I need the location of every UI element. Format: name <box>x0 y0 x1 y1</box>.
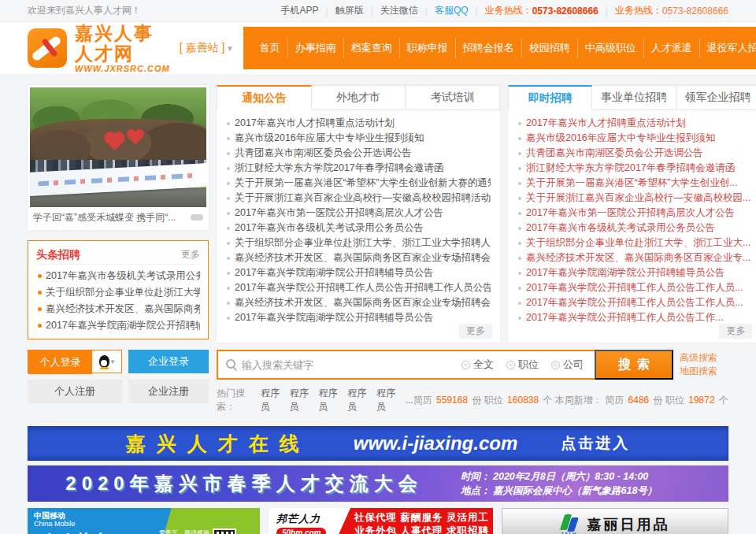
scope-label: 职位 <box>518 358 539 372</box>
headline-more-link[interactable]: 更多 <box>181 248 200 261</box>
notice-panel: 通知公告 外地才市 考试培训 2017年嘉兴市人才招聘重点活动计划 嘉兴市级20… <box>217 85 500 343</box>
notice-item[interactable]: 关于组织部分企事业单位赴浙江大学、浙江工业大学招聘人才的... <box>226 235 491 250</box>
headline-item[interactable]: 关于组织部分企事业单位赴浙江大学... <box>36 284 200 301</box>
tab-leading-company[interactable]: 领军企业招聘 <box>676 85 756 110</box>
hotline-label: 业务热线： <box>485 4 532 17</box>
tab-exam-training[interactable]: 考试培训 <box>406 85 500 110</box>
mobile-app-link[interactable]: 手机APP <box>281 4 319 17</box>
notice-item[interactable]: 2017年嘉兴市人才招聘重点活动计划 <box>226 116 491 131</box>
hotline-number-2: 0573-82608666 <box>662 6 728 17</box>
personal-login-button[interactable]: 个人登录 <box>28 350 92 374</box>
search-button[interactable]: 搜索 <box>595 350 673 380</box>
recruit-item[interactable]: 共青团嘉兴市南湖区委员会公开选调公告 <box>517 146 750 161</box>
recruit-item[interactable]: 浙江财经大学东方学院2017年春季招聘会邀请函 <box>517 161 750 176</box>
carousel-indicator[interactable] <box>191 214 203 221</box>
headline-item[interactable]: 嘉兴经济技术开发区、嘉兴国际商务... <box>36 301 200 317</box>
radio-icon[interactable] <box>506 361 515 369</box>
notice-item[interactable]: 嘉兴经济技术开发区、嘉兴国际商务区百家企业专场招聘会公告 <box>226 250 491 265</box>
map-search-link[interactable]: 地图搜索 <box>680 365 728 378</box>
site-url: WWW.JXRSRC.COM <box>75 64 170 73</box>
hotline-number: 0573-82608666 <box>532 6 598 17</box>
notice-more-link[interactable]: 更多 <box>459 324 492 339</box>
advanced-search-link[interactable]: 高级搜索 <box>680 351 728 365</box>
notice-item[interactable]: 2017年嘉兴市各级机关考试录用公务员公告 <box>226 221 491 235</box>
qq-service-link[interactable]: 客服QQ <box>435 4 469 17</box>
recruit-item[interactable]: 2017年嘉兴学院南湖学院公开招聘辅导员公告 <box>517 265 750 280</box>
hot-term[interactable]: 程序员 <box>347 387 370 413</box>
recruit-item[interactable]: 2017年嘉兴市人才招聘重点活动计划 <box>517 116 750 131</box>
notice-item[interactable]: 浙江财经大学东方学院2017年春季招聘会邀请函 <box>226 161 491 176</box>
recruit-item[interactable]: 2017年嘉兴市各级机关考试录用公务员公告 <box>517 221 750 235</box>
qq-login-dropdown[interactable]: ▾ <box>92 350 121 373</box>
tab-notice[interactable]: 通知公告 <box>217 85 312 110</box>
radio-icon[interactable] <box>551 361 560 369</box>
station-label: [ 嘉善站 ] <box>180 41 225 54</box>
hot-term[interactable]: 程序员 <box>290 387 313 413</box>
nav-jobfair-signup[interactable]: 招聘会报名 <box>455 38 521 58</box>
company-login-button[interactable]: 企业登录 <box>128 350 209 373</box>
site-logo-text[interactable]: 嘉兴人事人才网 WWW.JXRSRC.COM <box>75 23 170 73</box>
jiaxing-talent-online-banner[interactable]: 嘉兴人才在线 www.i-jiaxing.com 点击进入 <box>28 426 728 461</box>
banner2-title: 2020年嘉兴市春季人才交流大会 <box>28 471 461 496</box>
stat-unit: 份 <box>472 395 481 406</box>
hot-term[interactable]: 程序员 <box>376 387 399 413</box>
site-stats: 简历 559168 份 职位 160838 个 本周新增： 简历 6486 份 … <box>413 394 728 407</box>
carousel-caption[interactable]: 学子回“嘉”感受禾城蝶变 携手同“... <box>33 211 191 224</box>
recruit-item[interactable]: 2017年嘉兴学院公开招聘工作人员公告工作... <box>517 310 750 325</box>
top-utility-bar: 欢迎来到嘉兴人事人才网！ 手机APP | 触屏版 | 关注微信 | 客服QQ |… <box>0 0 756 22</box>
notice-item[interactable]: 关于开展浙江嘉兴百家企业高校行—安徽高校校园招聘活动的通... <box>226 191 491 206</box>
touch-version-link[interactable]: 触屏版 <box>335 4 364 17</box>
banner2-info: 时间： 2020年2月8日（周六）8:30 - 14:00 地点： 嘉兴国际会展… <box>461 469 728 498</box>
tab-instant-recruit[interactable]: 即时招聘 <box>508 85 592 110</box>
personal-register-button[interactable]: 个人注册 <box>28 380 122 403</box>
headline-item[interactable]: 2017年嘉兴市各级机关考试录用公务... <box>36 268 200 284</box>
hot-term[interactable]: 程序员 <box>261 387 284 413</box>
ad-bangmang-hr[interactable]: 邦芒人力 50bm.com 社保代理 薪酬服务 灵活用工 业务外包 人事代理 求… <box>269 508 493 534</box>
ad-jaly-daily-goods[interactable]: JALY 嘉丽日用品 <box>502 508 728 534</box>
nav-archive-query[interactable]: 档案查询 <box>343 38 399 58</box>
recruit-item[interactable]: 嘉兴市级2016年应届大中专毕业生报到须知 <box>517 131 750 146</box>
ad2-line1: 社保代理 薪酬服务 灵活用工 <box>354 512 489 523</box>
hot-term[interactable]: ... <box>406 395 413 406</box>
notice-item[interactable]: 2017年嘉兴学院南湖学院公开招聘辅导员公告 <box>226 310 491 325</box>
notice-item[interactable]: 嘉兴市级2016年应届大中专毕业生报到须知 <box>226 131 491 146</box>
notice-item[interactable]: 2017年嘉兴学院南湖学院公开招聘辅导员公告 <box>226 265 491 280</box>
scope-fulltext[interactable]: 全文 <box>461 358 494 372</box>
recruit-item[interactable]: 嘉兴经济技术开发区、嘉兴国际商务区百家企业专... <box>517 250 750 265</box>
recruit-item[interactable]: 关于开展浙江嘉兴百家企业高校行—安徽高校校园... <box>517 191 750 206</box>
company-register-button[interactable]: 企业注册 <box>128 380 209 403</box>
ad2-company: 邦芒人力 <box>276 512 321 526</box>
recruit-more-link[interactable]: 更多 <box>719 324 752 339</box>
scope-position[interactable]: 职位 <box>506 358 539 372</box>
hot-term[interactable]: 程序员 <box>318 387 341 413</box>
wechat-link[interactable]: 关注微信 <box>380 4 418 17</box>
headline-item[interactable]: 2017年嘉兴学院南湖学院公开招聘辅... <box>36 317 200 334</box>
scope-company[interactable]: 公司 <box>551 358 584 372</box>
recruit-item[interactable]: 2017年嘉兴学院公开招聘工作人员公告工作人员... <box>517 295 750 310</box>
site-logo-icon[interactable] <box>28 28 67 68</box>
recruit-item[interactable]: 关于开展第一届嘉兴港区“希望杯”大学生创业创... <box>517 176 750 191</box>
recruit-item[interactable]: 2017年嘉兴学院公开招聘工作人员公告工作人员... <box>517 280 750 295</box>
recruit-item[interactable]: 关于组织部分企事业单位赴浙江大学、浙江工业大... <box>517 235 750 250</box>
station-selector[interactable]: [ 嘉善站 ] ▾ <box>180 41 232 55</box>
notice-item[interactable]: 2017年嘉兴市第一医院公开招聘高层次人才公告 <box>226 206 491 221</box>
spring-jobfair-banner[interactable]: 2020年嘉兴市春季人才交流大会 时间： 2020年2月8日（周六）8:30 -… <box>28 465 728 502</box>
nav-guide[interactable]: 办事指南 <box>287 38 343 58</box>
tab-outoftown[interactable]: 外地才市 <box>312 85 406 110</box>
nav-veterans[interactable]: 退役军人招聘 <box>699 38 756 58</box>
tab-public-institution[interactable]: 事业单位招聘 <box>592 85 676 110</box>
carousel-photo[interactable] <box>30 87 206 207</box>
nav-campus[interactable]: 校园招聘 <box>521 38 577 58</box>
recruit-item[interactable]: 2017年嘉兴市第一医院公开招聘高层次人才公告 <box>517 206 750 221</box>
notice-item[interactable]: 嘉兴经济技术开发区、嘉兴国际商务区百家企业专场招聘会公告 <box>226 295 491 310</box>
radio-icon[interactable] <box>461 361 470 369</box>
ad-china-mobile[interactable]: 中国移动 China Mobile 移动花卡 爱奇艺、腾讯视频 季度会员 <box>28 508 260 534</box>
nav-title-declare[interactable]: 职称申报 <box>399 38 455 58</box>
nav-dispatch[interactable]: 人才派遣 <box>643 38 699 58</box>
search-input[interactable] <box>242 351 461 378</box>
notice-item[interactable]: 关于开展第一届嘉兴港区“希望杯”大学生创业创新大赛的通知 <box>226 176 491 191</box>
notice-item[interactable]: 共青团嘉兴市南湖区委员会公开选调公告 <box>226 146 491 161</box>
nav-home[interactable]: 首页 <box>253 38 287 58</box>
nav-senior-jobs[interactable]: 中高级职位 <box>577 38 643 58</box>
notice-item[interactable]: 2017年嘉兴学院公开招聘工作人员公告开招聘工作人员公告开... <box>226 280 491 295</box>
